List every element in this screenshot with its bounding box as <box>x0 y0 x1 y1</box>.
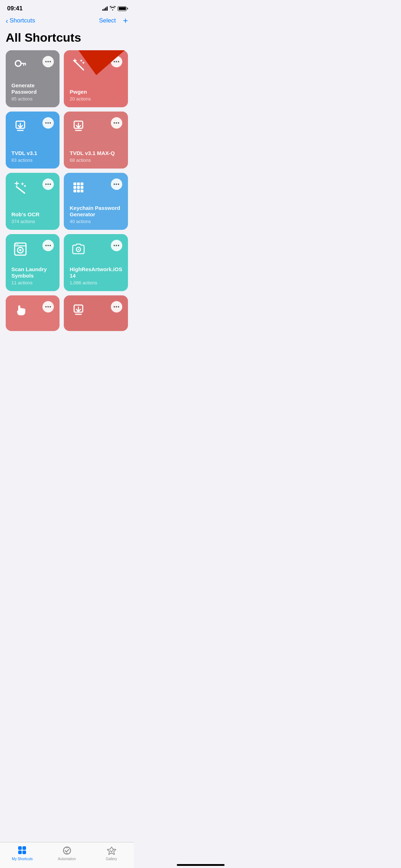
more-dots-icon: ••• <box>113 243 120 248</box>
card-actions: 40 actions <box>70 219 122 224</box>
shortcut-card-partial-download[interactable]: ••• <box>64 295 128 331</box>
more-button[interactable]: ••• <box>111 117 122 129</box>
card-top: ••• <box>11 240 54 258</box>
download-icon <box>70 117 87 135</box>
nav-actions: Select + <box>99 16 128 25</box>
card-top: ••• <box>11 179 54 196</box>
card-bottom: Pwgen 20 actions <box>70 89 122 102</box>
select-button[interactable]: Select <box>99 17 116 24</box>
shortcut-card-generate-password[interactable]: ••• Generate Password 85 actions <box>6 50 60 107</box>
card-actions: 68 actions <box>70 157 122 163</box>
svg-rect-29 <box>81 182 83 185</box>
status-time: 09:41 <box>7 5 22 12</box>
svg-rect-4 <box>23 64 24 66</box>
card-bottom: Generate Password 85 actions <box>11 82 54 102</box>
back-button[interactable]: ‹ Shortcuts <box>6 17 35 25</box>
svg-point-41 <box>17 244 19 245</box>
shortcuts-grid-wrapper: ••• Generate Password 85 actions <box>0 50 134 331</box>
shortcuts-grid: ••• Generate Password 85 actions <box>0 50 134 331</box>
more-dots-icon: ••• <box>113 182 120 187</box>
svg-rect-33 <box>73 190 76 192</box>
more-dots-icon: ••• <box>45 182 52 187</box>
battery-icon <box>118 6 127 11</box>
svg-rect-30 <box>73 186 76 189</box>
shortcut-card-scan-laundry[interactable]: ••• Scan Laundry Symbols 11 actions <box>6 234 60 291</box>
more-dots-icon: ••• <box>113 59 120 64</box>
svg-rect-35 <box>81 190 83 192</box>
shortcut-card-hand[interactable]: ••• <box>6 295 60 331</box>
magic-wand-icon <box>11 179 29 196</box>
card-name: Pwgen <box>70 89 122 95</box>
chevron-left-icon: ‹ <box>6 17 8 25</box>
more-dots-icon: ••• <box>45 243 52 248</box>
card-actions: 20 actions <box>70 96 122 102</box>
shortcut-card-tvdl-maxq[interactable]: ••• TVDL v3.1 MAX-Q 68 actions <box>64 112 128 169</box>
shortcut-card-pwgen[interactable]: ••• Pwgen 20 actions <box>64 50 128 107</box>
svg-point-40 <box>16 244 17 245</box>
card-name: Scan Laundry Symbols <box>11 266 54 279</box>
card-bottom: TVDL v3.1 83 actions <box>11 150 54 163</box>
more-dots-icon: ••• <box>45 59 52 64</box>
more-button[interactable]: ••• <box>111 240 122 251</box>
signal-icon <box>102 6 108 11</box>
card-bottom: HighResArtwork.iOS 14 1,086 actions <box>70 266 122 285</box>
status-icons <box>102 6 127 11</box>
download-icon <box>11 117 29 135</box>
svg-rect-27 <box>73 182 76 185</box>
grid-icon <box>70 179 87 196</box>
svg-point-43 <box>78 249 79 250</box>
card-bottom: Rob's OCR 374 actions <box>11 211 54 224</box>
status-bar: 09:41 <box>0 0 134 15</box>
washer-icon <box>11 240 29 258</box>
more-button[interactable]: ••• <box>42 301 54 312</box>
more-button[interactable]: ••• <box>42 240 54 251</box>
add-button[interactable]: + <box>123 16 128 25</box>
more-dots-icon: ••• <box>113 304 120 309</box>
card-top: ••• <box>70 179 122 196</box>
card-name: Generate Password <box>11 82 54 95</box>
card-bottom: TVDL v3.1 MAX-Q 68 actions <box>70 150 122 163</box>
card-top: ••• <box>70 240 122 258</box>
card-actions: 374 actions <box>11 219 54 224</box>
shortcut-card-highres[interactable]: ••• HighResArtwork.iOS 14 1,086 actions <box>64 234 128 291</box>
more-button[interactable]: ••• <box>42 117 54 129</box>
card-top: ••• <box>11 56 54 74</box>
card-top: ••• <box>70 117 122 135</box>
download-icon <box>70 301 87 319</box>
card-bottom: Keychain Password Generator 40 actions <box>70 205 122 224</box>
card-actions: 85 actions <box>11 96 54 102</box>
hand-icon <box>11 301 29 319</box>
card-name: Keychain Password Generator <box>70 205 122 218</box>
more-button[interactable]: ••• <box>42 179 54 190</box>
shortcut-card-keychain[interactable]: ••• Keychain Password Generator 40 actio… <box>64 173 128 230</box>
svg-point-39 <box>19 249 21 251</box>
magic-wand-icon <box>70 56 87 74</box>
svg-rect-5 <box>25 64 26 66</box>
svg-rect-34 <box>77 190 80 192</box>
more-button[interactable]: ••• <box>111 301 122 312</box>
card-name: TVDL v3.1 MAX-Q <box>70 150 122 156</box>
more-dots-icon: ••• <box>45 120 52 125</box>
shortcut-card-tvdl-v31[interactable]: ••• TVDL v3.1 83 actions <box>6 112 60 169</box>
card-actions: 83 actions <box>11 157 54 163</box>
more-button[interactable]: ••• <box>42 56 54 67</box>
more-button[interactable]: ••• <box>111 56 122 67</box>
back-label: Shortcuts <box>10 17 35 24</box>
svg-rect-32 <box>81 186 83 189</box>
camera-icon <box>70 240 87 258</box>
more-button[interactable]: ••• <box>111 179 122 190</box>
svg-line-6 <box>78 65 83 70</box>
svg-rect-31 <box>77 186 80 189</box>
card-bottom: Scan Laundry Symbols 11 actions <box>11 266 54 285</box>
card-top: ••• <box>11 117 54 135</box>
card-name: TVDL v3.1 <box>11 150 54 156</box>
card-name: Rob's OCR <box>11 211 54 218</box>
card-top: ••• <box>11 301 54 319</box>
svg-rect-28 <box>77 182 80 185</box>
shortcut-card-robs-ocr[interactable]: ••• Rob's OCR 374 actions <box>6 173 60 230</box>
svg-rect-3 <box>20 63 26 64</box>
more-dots-icon: ••• <box>45 304 52 309</box>
wifi-icon <box>110 6 115 11</box>
card-actions: 1,086 actions <box>70 280 122 285</box>
svg-point-2 <box>15 61 21 66</box>
